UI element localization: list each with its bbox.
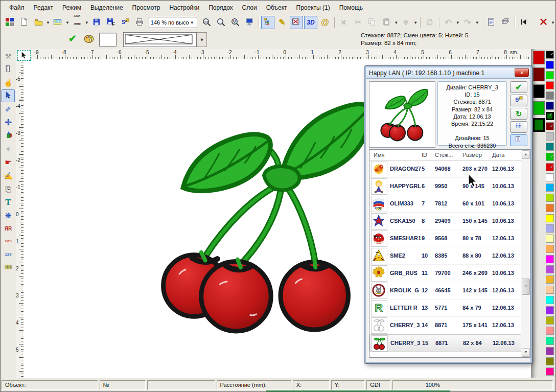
new-file-button[interactable]: [17, 16, 31, 29]
chevron-down-icon[interactable]: ▼: [413, 20, 418, 25]
print-button[interactable]: [133, 16, 146, 29]
design-list-button[interactable]: [510, 134, 527, 146]
sequence-view-button[interactable]: [261, 16, 274, 29]
menu-object[interactable]: Объект: [262, 3, 292, 13]
palette-color-swatch[interactable]: [546, 327, 554, 335]
palette-color-swatch[interactable]: [546, 214, 554, 222]
scroll-down-icon[interactable]: ▼: [522, 348, 530, 357]
send-machine-button[interactable]: S: [119, 16, 132, 29]
column-header-1[interactable]: ID: [422, 152, 427, 158]
palette-color-swatch[interactable]: [546, 61, 554, 69]
select-arrow-tool[interactable]: [2, 89, 15, 102]
palette-color-swatch[interactable]: ✓: [546, 122, 554, 130]
undo-button[interactable]: ↶: [442, 16, 455, 29]
palette-color-swatch[interactable]: [546, 347, 554, 355]
column-header-0[interactable]: Имя: [374, 152, 384, 158]
thread-color-swatch[interactable]: [533, 101, 545, 115]
palette-color-swatch[interactable]: [546, 255, 554, 263]
measure-ruler-tool[interactable]: [2, 63, 15, 76]
scrollbar-thumb[interactable]: [522, 279, 530, 295]
machine-tools-tool[interactable]: ⚒: [2, 50, 15, 62]
palette-color-swatch[interactable]: [546, 132, 554, 141]
table-row-cska150-8[interactable]: CSKA150829409150 x 14510.06.13: [369, 213, 521, 230]
send-design-button[interactable]: S: [510, 95, 527, 106]
menu-settings[interactable]: Настройки: [165, 3, 204, 13]
palette-color-swatch[interactable]: [546, 224, 554, 233]
palette-color-swatch[interactable]: [546, 265, 554, 273]
layers-button[interactable]: [499, 16, 512, 29]
zoom-actual-button[interactable]: 1:1: [200, 16, 213, 29]
apply-check-icon[interactable]: ✔: [68, 33, 77, 44]
delete-design-button[interactable]: [537, 16, 550, 29]
menu-order[interactable]: Порядок: [204, 3, 237, 13]
refresh-button[interactable]: ↻: [510, 108, 527, 120]
order-blue-tool[interactable]: ¹²³: [2, 249, 15, 262]
palette-color-swatch[interactable]: [546, 81, 554, 89]
no-entry-button[interactable]: ∅: [423, 16, 436, 29]
shapes-3d-tool[interactable]: [2, 129, 15, 142]
table-row-dragon27-5[interactable]: DRAGON27594068203 x 27012.06.13: [369, 160, 521, 178]
magic-wand-tool[interactable]: ✶: [2, 143, 15, 155]
palette-color-swatch[interactable]: [546, 194, 554, 202]
table-row-sme2-10[interactable]: SME210838588 x 8012.06.13: [369, 247, 521, 265]
table-row-happygrl-6[interactable]: HAPPYGRL6995090 x 14510.06.13: [369, 178, 521, 195]
copy-button[interactable]: [365, 16, 379, 29]
palette-color-swatch[interactable]: ✓: [546, 112, 554, 120]
import-image-button[interactable]: [51, 16, 64, 29]
thread-palette-icon[interactable]: [83, 33, 95, 45]
barcode-tool[interactable]: [2, 262, 15, 275]
dialog-title-bar[interactable]: Happy LAN ( IP: 192.168.1.10 ) machine 1…: [366, 67, 530, 79]
menu-selection[interactable]: Выделение: [86, 3, 128, 13]
chevron-down-icon[interactable]: ▼: [85, 20, 89, 25]
menu-edit[interactable]: Редакт: [29, 3, 58, 13]
thread-selector-dropdown[interactable]: ▼: [197, 32, 207, 47]
thread-selector[interactable]: [123, 32, 197, 47]
thread-color-swatch[interactable]: [533, 118, 545, 132]
paste-button[interactable]: [380, 16, 393, 29]
chevron-down-icon[interactable]: ▼: [394, 20, 398, 25]
palette-color-swatch[interactable]: [546, 286, 554, 294]
zoom-button[interactable]: [214, 16, 227, 29]
thread-color-swatch[interactable]: [533, 67, 545, 81]
thread-color-swatch[interactable]: [533, 51, 545, 64]
menu-file[interactable]: Файл: [5, 3, 29, 13]
cherry-embroidery-design[interactable]: [144, 77, 371, 353]
save-as-button[interactable]: F: [104, 16, 118, 29]
zoom-level-combo[interactable]: 146 % по высо▼: [149, 17, 197, 28]
palette-color-swatch[interactable]: [546, 102, 554, 110]
menu-projects[interactable]: Проекты (1): [292, 3, 335, 13]
table-row-grb-rus-11[interactable]: GRB_RUS1179700246 x 26910.06.13: [369, 265, 521, 282]
palette-color-swatch[interactable]: [546, 71, 554, 79]
close-icon[interactable]: x: [515, 68, 529, 77]
confirm-check-button[interactable]: ✔: [510, 81, 527, 93]
palette-color-swatch[interactable]: [546, 183, 554, 192]
thread-color-swatch[interactable]: [533, 84, 545, 98]
scroll-up-icon[interactable]: ▲: [522, 150, 530, 159]
table-row-krolik-g-12[interactable]: KROLIK_G1246645142 x 14512.06.13: [369, 282, 521, 299]
menu-layers[interactable]: Слои: [237, 3, 261, 13]
image-toggle-button[interactable]: [290, 16, 303, 29]
page-hand-tool[interactable]: ⎘: [2, 182, 15, 195]
column-header-3[interactable]: Размер: [462, 152, 482, 158]
table-row-smeshar1-9[interactable]: SMESHAR19956880 x 7812.06.13: [369, 230, 521, 247]
redo-button[interactable]: ↷: [461, 16, 474, 29]
table-row-letter-r-13[interactable]: RLETTER R13577184 x 7912.06.13: [369, 299, 521, 317]
view-3d-button[interactable]: 3D: [304, 16, 317, 29]
palette-color-swatch[interactable]: [546, 337, 554, 345]
chevron-down-icon[interactable]: ▼: [65, 20, 70, 25]
monitor-button[interactable]: [243, 16, 256, 29]
palette-color-swatch[interactable]: [546, 245, 554, 253]
palette-color-swatch[interactable]: [546, 173, 554, 181]
import-vector-button[interactable]: .CMX .WMF .AI: [71, 16, 84, 29]
column-header-4[interactable]: Дата: [492, 152, 504, 158]
chevron-down-icon[interactable]: ▼: [475, 20, 479, 25]
move-tool[interactable]: ✛: [2, 116, 15, 129]
save-button[interactable]: [90, 16, 103, 29]
table-row-cherry-3-15[interactable]: CHERRY_315887182 x 8412.06.13: [369, 334, 521, 352]
menu-view[interactable]: Просмотр: [128, 3, 165, 13]
palette-color-swatch[interactable]: ✓: [546, 51, 554, 59]
palette-color-swatch[interactable]: [546, 91, 554, 100]
pan-hand-tool[interactable]: ☝: [2, 76, 15, 89]
table-scrollbar[interactable]: ▲ ▼: [521, 150, 530, 357]
touch-select-tool[interactable]: ☛: [2, 156, 15, 169]
